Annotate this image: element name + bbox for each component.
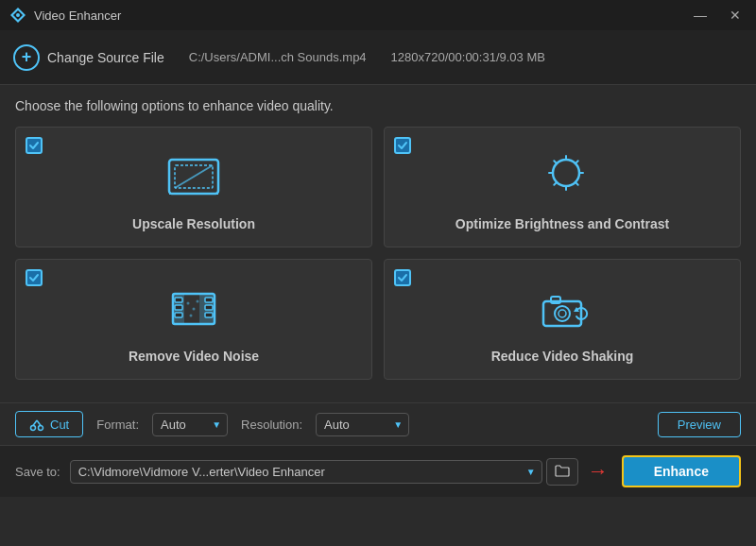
svg-line-29 <box>33 420 37 426</box>
svg-point-24 <box>558 310 566 317</box>
change-source-button[interactable]: + Change Source File <box>13 44 164 71</box>
svg-point-18 <box>187 302 190 305</box>
title-bar: Video Enhancer — ✕ <box>0 0 756 30</box>
option-shake[interactable]: Reduce Video Shaking <box>384 259 741 380</box>
svg-rect-14 <box>175 313 182 317</box>
resolution-select-wrapper: Auto 1280x720 1920x1080 640x480 ▼ <box>316 413 409 436</box>
app-icon <box>9 7 26 24</box>
brightness-icon <box>532 146 593 207</box>
save-bar: Save to: C:\Vidmore\Vidmore V...erter\Vi… <box>0 445 756 497</box>
cut-label: Cut <box>50 418 69 432</box>
checkbox-noise[interactable] <box>26 269 43 286</box>
main-content: Choose the following options to enhance … <box>0 85 756 402</box>
resolution-select[interactable]: Auto 1280x720 1920x1080 640x480 <box>316 413 409 436</box>
checkbox-brightness[interactable] <box>394 137 411 154</box>
shake-label: Reduce Video Shaking <box>491 349 634 364</box>
upscale-icon <box>163 146 224 207</box>
preview-button[interactable]: Preview <box>658 412 741 437</box>
svg-point-23 <box>555 306 570 321</box>
brightness-label: Optimize Brightness and Contrast <box>455 216 669 231</box>
format-label: Format: <box>96 418 139 432</box>
svg-point-20 <box>190 315 193 317</box>
change-source-label: Change Source File <box>47 50 164 65</box>
svg-rect-17 <box>205 313 213 317</box>
option-brightness[interactable]: Optimize Brightness and Contrast <box>384 127 741 247</box>
svg-rect-12 <box>175 298 182 302</box>
svg-point-19 <box>193 308 196 311</box>
scissors-icon <box>29 417 44 432</box>
minimize-button[interactable]: — <box>688 6 713 25</box>
close-button[interactable]: ✕ <box>724 6 747 25</box>
svg-point-27 <box>31 426 36 431</box>
option-upscale[interactable]: Upscale Resolution <box>15 127 372 247</box>
svg-point-21 <box>197 300 199 303</box>
noise-label: Remove Video Noise <box>129 349 259 364</box>
instructions-text: Choose the following options to enhance … <box>15 98 741 113</box>
svg-point-28 <box>39 426 43 431</box>
svg-rect-15 <box>205 298 213 302</box>
file-path: C:/Users/ADMI...ch Sounds.mp4 <box>189 50 367 64</box>
save-path-select-wrapper: C:\Vidmore\Vidmore V...erter\Video Enhan… <box>70 460 542 484</box>
bottom-toolbar: Cut Format: Auto MP4 MKV AVI MOV ▼ Resol… <box>0 402 756 445</box>
checkbox-shake[interactable] <box>394 269 411 286</box>
header-bar: + Change Source File C:/Users/ADMI...ch … <box>0 30 756 85</box>
noise-icon <box>163 279 224 339</box>
svg-rect-13 <box>175 305 182 310</box>
svg-point-2 <box>16 13 20 17</box>
cut-button[interactable]: Cut <box>15 411 83 437</box>
checkbox-upscale[interactable] <box>26 137 43 154</box>
enhance-button[interactable]: Enhance <box>622 455 741 487</box>
option-noise[interactable]: Remove Video Noise <box>15 259 372 380</box>
save-path-select[interactable]: C:\Vidmore\Vidmore V...erter\Video Enhan… <box>70 460 542 484</box>
upscale-label: Upscale Resolution <box>132 216 255 231</box>
save-path-wrapper: C:\Vidmore\Vidmore V...erter\Video Enhan… <box>70 458 578 486</box>
save-to-label: Save to: <box>15 465 60 479</box>
svg-line-30 <box>37 420 41 426</box>
add-icon: + <box>13 44 40 71</box>
app-title: Video Enhancer <box>34 9 121 23</box>
svg-rect-16 <box>205 305 213 310</box>
format-select[interactable]: Auto MP4 MKV AVI MOV <box>152 413 228 436</box>
svg-rect-22 <box>543 301 581 326</box>
folder-icon <box>555 464 570 477</box>
folder-button[interactable] <box>546 458 578 486</box>
shake-icon <box>532 279 593 339</box>
options-grid: Upscale Resolution <box>15 127 741 380</box>
file-meta: 1280x720/00:00:31/9.03 MB <box>391 50 545 64</box>
arrow-right-icon: → <box>588 459 609 484</box>
format-select-wrapper: Auto MP4 MKV AVI MOV ▼ <box>152 413 228 436</box>
resolution-label: Resolution: <box>241 418 302 432</box>
svg-line-5 <box>175 165 213 188</box>
